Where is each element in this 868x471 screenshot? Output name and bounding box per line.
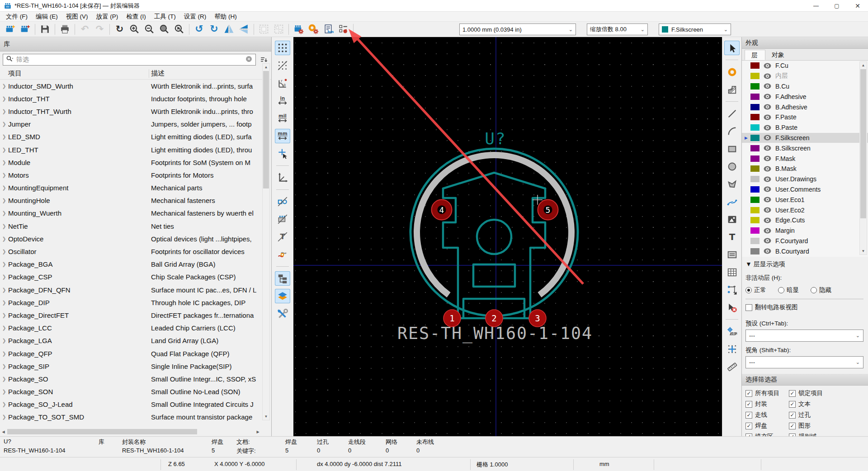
draw-polygon-button[interactable] xyxy=(724,177,740,191)
sketch-pads-button[interactable] xyxy=(275,194,290,209)
library-vertical-scrollbar[interactable]: ▲ ▼ xyxy=(262,63,270,420)
flip-board-checkbox[interactable]: 翻转电路板视图 xyxy=(745,303,863,311)
library-row-Package_DFN_QFN[interactable]: ❯Package_DFN_QFNSurface mount IC pac...e… xyxy=(0,283,262,296)
layers-scrollbar[interactable]: ▲ ▼ xyxy=(859,61,867,255)
radio-隐藏[interactable]: 隐藏 xyxy=(811,286,831,294)
add-pad-button[interactable] xyxy=(724,65,740,79)
layer-color-swatch[interactable] xyxy=(750,124,760,131)
filter-checkbox-封装[interactable]: ✓封装 xyxy=(745,400,789,408)
library-row-Package_SO_J-Lead[interactable]: ❯Package_SO_J-LeadSmall Outline Integrat… xyxy=(0,398,262,411)
layer-row-F.Cu[interactable]: F.Cu xyxy=(742,61,868,71)
library-row-Package_DIP[interactable]: ❯Package_DIPThrough hole IC packages, DI… xyxy=(0,296,262,309)
expand-chevron-icon[interactable]: ❯ xyxy=(0,274,8,280)
footprint-properties-button[interactable] xyxy=(291,23,306,36)
tab-对象[interactable]: 对象 xyxy=(765,50,792,60)
expand-chevron-icon[interactable]: ❯ xyxy=(0,376,8,382)
tab-层[interactable]: 层 xyxy=(745,50,765,60)
expand-chevron-icon[interactable]: ❯ xyxy=(0,249,8,254)
expand-chevron-icon[interactable]: ❯ xyxy=(0,363,8,369)
filter-checkbox-焊盘[interactable]: ✓焊盘 xyxy=(745,422,789,430)
layer-color-swatch[interactable] xyxy=(750,83,760,89)
expand-chevron-icon[interactable]: ❯ xyxy=(0,325,8,331)
draw-circle-button[interactable] xyxy=(724,159,740,174)
refresh-button[interactable]: ↻ xyxy=(112,23,127,36)
anchor-origin-button[interactable]: (0,0) xyxy=(724,324,740,339)
footprint-checker-button[interactable]: hm xyxy=(321,23,336,36)
layer-row-User.Drawings[interactable]: User.Drawings xyxy=(742,174,868,184)
draw-rectangle-button[interactable] xyxy=(724,141,740,156)
redo-button[interactable]: ↷ xyxy=(92,23,107,36)
expand-chevron-icon[interactable]: ❯ xyxy=(0,108,8,114)
clear-filter-icon[interactable] xyxy=(245,55,253,64)
visibility-eye-icon[interactable] xyxy=(763,134,772,141)
mirror-vertical-button[interactable] xyxy=(222,23,236,36)
polar-coordinates-button[interactable]: rθ xyxy=(275,76,290,90)
expand-chevron-icon[interactable]: ❯ xyxy=(0,210,8,216)
visibility-eye-icon[interactable] xyxy=(763,62,772,69)
layer-color-swatch[interactable] xyxy=(750,104,760,110)
pad-properties-button[interactable] xyxy=(306,23,321,36)
library-row-Jumper[interactable]: ❯JumperJumpers, solder jumpers, ... foot… xyxy=(0,118,262,131)
library-row-NetTie[interactable]: ❯NetTieNet ties xyxy=(0,220,262,232)
units-inches-button[interactable]: in xyxy=(275,94,290,108)
expand-chevron-icon[interactable]: ❯ xyxy=(0,338,8,344)
menu-item-3[interactable]: 放置 (P) xyxy=(92,12,123,22)
menu-item-7[interactable]: 帮助 (H) xyxy=(210,12,241,22)
print-button[interactable] xyxy=(57,23,72,36)
minimize-button[interactable]: — xyxy=(806,0,826,12)
grid-override-button[interactable] xyxy=(275,58,290,73)
library-row-Package_TO_SOT_SMD[interactable]: ❯Package_TO_SOT_SMDSurface mount transis… xyxy=(0,411,262,424)
library-row-LED_THT[interactable]: ❯LED_THTLight emitting diodes (LED), thr… xyxy=(0,143,262,156)
measure-tool-button[interactable] xyxy=(724,359,740,374)
library-row-Inductor_THT_Wurth[interactable]: ❯Inductor_THT_WurthWürth Elektronik indu… xyxy=(0,105,262,118)
properties-manager-button[interactable] xyxy=(275,306,290,321)
draw-line-button[interactable] xyxy=(724,106,740,121)
save-button[interactable] xyxy=(38,23,52,36)
expand-chevron-icon[interactable]: ❯ xyxy=(0,96,8,102)
silkscreen-circle[interactable] xyxy=(410,149,578,316)
expand-chevron-icon[interactable]: ❯ xyxy=(0,312,8,318)
layer-row-User.Eco2[interactable]: User.Eco2 xyxy=(742,205,868,215)
menu-item-5[interactable]: 工具 (T) xyxy=(150,12,180,22)
expand-chevron-icon[interactable]: ❯ xyxy=(0,121,8,127)
expand-chevron-icon[interactable]: ❯ xyxy=(0,172,8,178)
layer-row-B.Paste[interactable]: B.Paste xyxy=(742,122,868,133)
layer-row-B.Mask[interactable]: B.Mask xyxy=(742,164,868,174)
layer-color-swatch[interactable] xyxy=(750,186,760,193)
add-text-button[interactable]: T xyxy=(724,230,740,244)
visibility-eye-icon[interactable] xyxy=(763,155,772,162)
menu-item-6[interactable]: 设置 (R) xyxy=(180,12,211,22)
radio-暗显[interactable]: 暗显 xyxy=(778,286,799,294)
expand-chevron-icon[interactable]: ❯ xyxy=(0,351,8,357)
layer-row-Edge.Cuts[interactable]: Edge.Cuts xyxy=(742,215,868,226)
layer-display-options-title[interactable]: ▼ 层显示选项 xyxy=(745,260,863,268)
visibility-eye-icon[interactable] xyxy=(763,165,772,172)
visibility-eye-icon[interactable] xyxy=(763,237,772,244)
sketch-text-button[interactable]: T xyxy=(275,230,290,244)
sketch-graphics-button[interactable] xyxy=(275,247,290,262)
layer-row-内层[interactable]: 内层 xyxy=(742,71,868,81)
new-footprint-button[interactable] xyxy=(3,23,18,36)
library-row-Package_DirectFET[interactable]: ❯Package_DirectFETDirectFET packages fr.… xyxy=(0,309,262,321)
library-row-Oscillator[interactable]: ❯OscillatorFootprints for oscillator dev… xyxy=(0,245,262,258)
viewports-select[interactable]: ---⌄ xyxy=(745,356,863,368)
visibility-eye-icon[interactable] xyxy=(763,114,772,121)
layer-color-swatch[interactable] xyxy=(750,207,760,213)
layer-row-B.Cu[interactable]: B.Cu xyxy=(742,81,868,92)
visibility-eye-icon[interactable] xyxy=(763,104,772,110)
layer-row-F.Mask[interactable]: F.Mask xyxy=(742,153,868,164)
library-row-Package_SON[interactable]: ❯Package_SONSmall Outline No-Lead (SON) xyxy=(0,386,262,398)
zoom-selection-button[interactable] xyxy=(172,23,187,36)
library-row-LED_SMD[interactable]: ❯LED_SMDLight emitting diodes (LED), sur… xyxy=(0,131,262,143)
column-description[interactable]: 描述 xyxy=(149,69,271,78)
visibility-eye-icon[interactable] xyxy=(763,93,772,100)
layer-color-swatch[interactable] xyxy=(750,238,760,244)
library-row-MountingEquipment[interactable]: ❯MountingEquipmentMechanical parts xyxy=(0,182,262,194)
coordinate-origin-button[interactable] xyxy=(275,170,290,185)
layer-row-F.Silkscreen[interactable]: ▶F.Silkscreen xyxy=(742,133,868,143)
library-row-Motors[interactable]: ❯MotorsFootprints for Motors xyxy=(0,169,262,181)
pad-4[interactable]: 4 xyxy=(432,200,452,220)
library-filter-input[interactable]: 筛选 xyxy=(3,54,256,66)
visibility-eye-icon[interactable] xyxy=(763,207,772,213)
add-table-button[interactable] xyxy=(724,265,740,279)
